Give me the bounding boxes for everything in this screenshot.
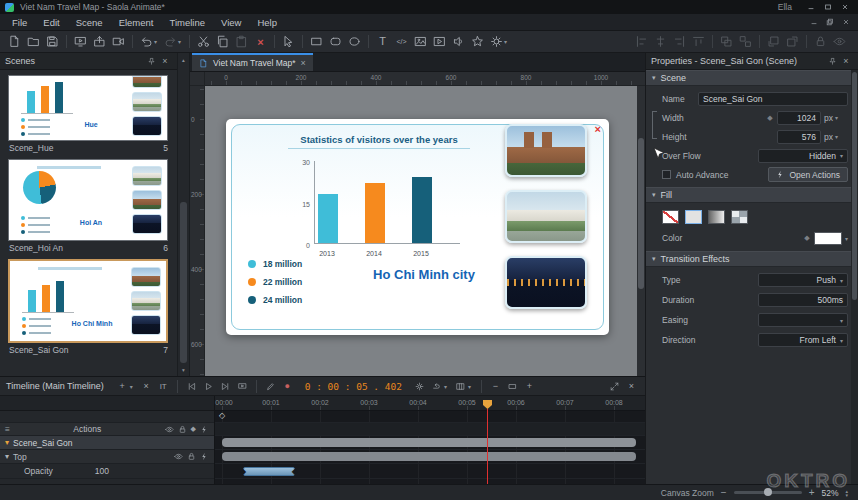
transition-type-dropdown[interactable]: Push▾: [758, 273, 848, 287]
record-button[interactable]: ●: [280, 379, 295, 394]
lock-element-button[interactable]: [811, 33, 830, 51]
align-center-button[interactable]: [651, 33, 670, 51]
scroll-up-icon[interactable]: ▴: [178, 54, 189, 65]
overflow-dropdown[interactable]: Hidden▾: [758, 149, 848, 163]
photo-cathedral[interactable]: [505, 124, 587, 177]
canvas-vertical-scrollbar[interactable]: [637, 86, 645, 376]
bring-forward-button[interactable]: [764, 33, 783, 51]
image-tool-button[interactable]: [411, 33, 430, 51]
timeline-row-opacity[interactable]: Opacity 100: [0, 464, 214, 479]
properties-scrollbar[interactable]: [851, 70, 858, 484]
scenes-close-icon[interactable]: ×: [158, 55, 172, 68]
scene-keyframe-icon[interactable]: ◇: [219, 411, 225, 420]
new-document-button[interactable]: [5, 33, 24, 51]
width-unit-dropdown[interactable]: px▾: [824, 113, 848, 123]
scene-duration-bar[interactable]: [222, 438, 636, 447]
scroll-down-icon[interactable]: ▾: [178, 364, 189, 375]
color-caret[interactable]: ▾: [845, 235, 848, 242]
fill-solid-swatch[interactable]: [685, 210, 702, 224]
selection-tool-button[interactable]: [279, 33, 298, 51]
window-close-button[interactable]: [836, 1, 853, 13]
scenes-pin-icon[interactable]: [144, 55, 158, 68]
scrollbar-thumb[interactable]: [638, 138, 644, 289]
tab-close-icon[interactable]: ×: [301, 58, 306, 68]
element-duration-bar[interactable]: [222, 452, 636, 461]
menu-help[interactable]: Help: [249, 17, 285, 28]
easing-dropdown[interactable]: ▾: [758, 313, 848, 327]
fill-image-swatch[interactable]: [731, 210, 748, 224]
width-input[interactable]: 1024: [777, 111, 821, 125]
menu-element[interactable]: Element: [111, 17, 162, 28]
redo-menu-caret[interactable]: ▾: [178, 38, 185, 45]
keyframe-icon[interactable]: ◆: [292, 467, 298, 476]
visibility-column-icon[interactable]: [165, 425, 174, 434]
color-keyframe-icon[interactable]: ◆: [803, 234, 811, 242]
timeline-row-top[interactable]: ▾ Top: [0, 450, 214, 464]
rename-timeline-button[interactable]: IT: [156, 379, 171, 394]
lock-column-icon[interactable]: [178, 425, 187, 434]
window-maximize-button[interactable]: [819, 1, 836, 13]
opacity-value[interactable]: 100: [95, 466, 109, 476]
snap-caret[interactable]: ▾: [444, 383, 451, 390]
undo-menu-caret[interactable]: ▾: [154, 38, 161, 45]
hamburger-icon[interactable]: ≡: [5, 424, 10, 434]
menu-file[interactable]: File: [4, 17, 35, 28]
direction-dropdown[interactable]: From Left▾: [758, 333, 848, 347]
color-swatch[interactable]: [814, 232, 842, 245]
paste-button[interactable]: [232, 33, 251, 51]
export-html5-button[interactable]: [90, 33, 109, 51]
playhead[interactable]: [483, 400, 492, 484]
html-widget-tool-button[interactable]: </>: [392, 33, 411, 51]
ungroup-button[interactable]: [736, 33, 755, 51]
width-keyframe-icon[interactable]: ◆: [766, 114, 774, 122]
properties-pin-icon[interactable]: [825, 55, 839, 68]
timeline-view-grid-icon[interactable]: [453, 379, 468, 394]
visibility-button[interactable]: [830, 33, 849, 51]
rounded-rectangle-tool-button[interactable]: [326, 33, 345, 51]
doc-restore-button[interactable]: [822, 16, 838, 29]
actions-column-icon[interactable]: [200, 425, 209, 434]
properties-close-icon[interactable]: ×: [839, 55, 853, 68]
slide-legend[interactable]: 18 million 22 million 24 million: [248, 255, 302, 309]
save-document-button[interactable]: [43, 33, 62, 51]
preview-in-browser-button[interactable]: [71, 33, 90, 51]
slide-title[interactable]: Statistics of visitors over the years: [288, 134, 470, 149]
play-button[interactable]: [201, 379, 216, 394]
scene-thumbnail[interactable]: Hoi An: [8, 159, 168, 241]
doc-close-button[interactable]: [838, 16, 854, 29]
zoom-out-timeline-button[interactable]: −: [488, 379, 503, 394]
timeline-tracks-area[interactable]: 00:00 00:01 00:02 00:03 00:04 00:05 00:0…: [215, 396, 645, 484]
height-unit-dropdown[interactable]: px▾: [824, 132, 848, 142]
pen-keyframe-icon[interactable]: [263, 379, 278, 394]
timeline-close-icon[interactable]: ×: [624, 379, 639, 394]
city-title[interactable]: Ho Chi Minh city: [342, 267, 506, 282]
add-timeline-button[interactable]: +: [115, 379, 130, 394]
doc-minimize-button[interactable]: [806, 16, 822, 29]
transition-section-header[interactable]: ▾ Transition Effects: [646, 251, 858, 267]
scene-item-sai-gon[interactable]: Ho Chi Minh Scene_Sai Gon: [8, 259, 169, 356]
menu-scene[interactable]: Scene: [68, 17, 111, 28]
open-document-button[interactable]: [24, 33, 43, 51]
photo-city-night[interactable]: [505, 256, 587, 309]
scene-canvas[interactable]: × Statistics of visitors over the years …: [226, 119, 609, 335]
remove-timeline-button[interactable]: ×: [139, 379, 154, 394]
scene-thumbnail-selected[interactable]: Ho Chi Minh: [8, 259, 168, 343]
height-input[interactable]: 576: [777, 130, 821, 144]
timeline-row-scene[interactable]: ▾ Scene_Sai Gon: [0, 436, 214, 450]
align-right-button[interactable]: [670, 33, 689, 51]
timeline-tracks[interactable]: ◇ ◆ ◆: [215, 411, 645, 484]
scene-item-hoi-an[interactable]: Hoi An Scene_Hoi An: [8, 159, 169, 254]
scene-marker-icon[interactable]: ▾: [5, 438, 9, 447]
align-top-button[interactable]: [689, 33, 708, 51]
go-to-end-button[interactable]: [218, 379, 233, 394]
row-actions-icon[interactable]: [200, 452, 209, 461]
scene-keyframe-row[interactable]: ◇: [215, 411, 645, 423]
group-button[interactable]: [717, 33, 736, 51]
photo-palace[interactable]: [505, 190, 587, 243]
opacity-track[interactable]: ◆ ◆: [215, 464, 645, 479]
grid-caret[interactable]: ▾: [468, 383, 475, 390]
scene-track[interactable]: [215, 436, 645, 450]
scene-section-header[interactable]: ▾ Scene: [646, 70, 858, 86]
more-tools-caret[interactable]: ▾: [504, 38, 511, 45]
scrollbar-thumb[interactable]: [852, 72, 857, 300]
